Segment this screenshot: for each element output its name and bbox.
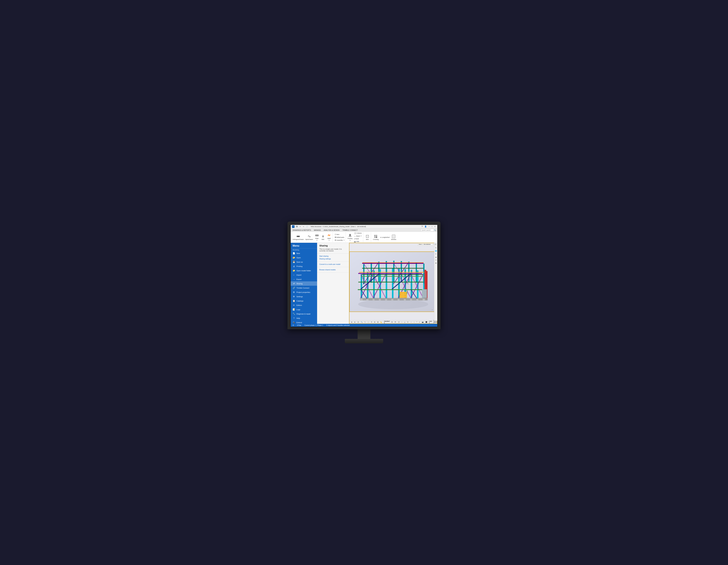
sidebar-item-editors[interactable]: ✏ Editors (291, 303, 317, 307)
toolbar-circle[interactable]: ○ (401, 321, 403, 323)
toolbar-x[interactable]: ✕ (406, 321, 409, 323)
right-toolbar-rotate[interactable]: ↻ (435, 246, 437, 249)
close-button[interactable]: ✕ (434, 225, 436, 227)
ribbon-item-longitudinal[interactable]: ≡ Longitudinal (380, 236, 390, 238)
sidebar-item-open[interactable]: 📂 Open (291, 255, 317, 260)
user-icon[interactable]: 👤 (424, 225, 427, 228)
plate-dropdown-arrow[interactable]: ▾ (317, 239, 317, 241)
toolbar-chevron-up[interactable]: ^ (416, 321, 418, 323)
quick-launch-search-icon[interactable]: 🔍 (434, 229, 436, 231)
sidebar-item-logs[interactable]: 📝 Logs (291, 307, 317, 312)
tab-trimble-connect[interactable]: TRIMBLE CONNECT (341, 228, 359, 232)
toolbar-eye[interactable]: 👁 (394, 321, 397, 323)
toolbar-measure[interactable]: 📐 (380, 321, 383, 323)
sidebar-item-save-as[interactable]: 💾 Save as (291, 260, 317, 264)
standard-dropdown[interactable]: standard ▾ (383, 320, 390, 324)
sidebar-item-catalogs[interactable]: 📋 Catalogs (291, 299, 317, 303)
weld-dropdown-arrow[interactable]: ▾ (329, 239, 329, 241)
sidebar-item-help[interactable]: ? Help (291, 316, 317, 320)
quick-access-history[interactable]: 🕐 (306, 226, 308, 227)
right-toolbar-cube[interactable]: ◻ (435, 258, 437, 261)
svg-rect-2 (299, 236, 300, 237)
toolbar-camera[interactable]: 📷 (421, 321, 424, 323)
ribbon-item-window[interactable]: Window (390, 234, 397, 240)
ribbon-item-item-large[interactable]: Item (364, 234, 370, 240)
right-toolbar-cloud[interactable]: ☁ (435, 255, 437, 258)
quick-launch-input[interactable] (421, 229, 434, 231)
sidebar-item-new[interactable]: 📄 New (291, 251, 317, 255)
toolbar-chevron-down[interactable]: v (418, 321, 421, 323)
viewport-maximize-btn[interactable]: □ (434, 243, 435, 245)
sidebar-item-project-properties[interactable]: ⚙ Project properties (291, 290, 317, 295)
status-selected: 0 objects and 0 handles selected (326, 325, 350, 326)
start-sharing-link[interactable]: Start sharing (319, 255, 347, 257)
toolbar-filter[interactable]: ⚙ (391, 321, 393, 323)
toolbar-fit[interactable]: ⊡ (357, 321, 360, 323)
ribbon-item-footing[interactable]: Footing ▾ (347, 233, 353, 241)
ribbon-item-panel[interactable]: ▪ Panel (353, 237, 362, 240)
ribbon-item-bolt[interactable]: Bolt (320, 234, 326, 240)
toolbar-checkbox[interactable]: ☑ (397, 321, 400, 323)
sidebar-item-export[interactable]: → Export (291, 277, 317, 281)
viewport-minimize-btn[interactable]: ─ (433, 243, 434, 245)
help-icon[interactable]: ? (421, 225, 423, 228)
toolbar-snap[interactable]: ⊕ (373, 321, 376, 323)
ribbon-item-crossing[interactable]: Crossing (372, 234, 379, 240)
tab-analysis-design[interactable]: ANALYSIS & DESIGN (322, 228, 341, 232)
viewport[interactable]: View 1 - 3d-rendered ─ □ ✕ (349, 243, 437, 324)
sidebar-item-open-model-folder[interactable]: 📁 Open model folder (291, 268, 317, 273)
ribbon-item-item[interactable]: ◻ Item (334, 233, 345, 236)
minimize-button[interactable]: ─ (428, 225, 430, 227)
sidebar-item-settings[interactable]: ⚙ Settings (291, 295, 317, 299)
convert-multi-user-link[interactable]: Convert to a multi-user model (319, 263, 347, 266)
ribbon-item-slab[interactable]: ▬ Slab (353, 240, 362, 243)
browse-shared-models-link[interactable]: Browse shared models (319, 268, 347, 271)
sidebar-item-diagnose-repair[interactable]: 🔧 Diagnose & repair (291, 312, 317, 316)
auto-dropdown[interactable]: Auto ▾ (428, 320, 433, 324)
sidebar-item-trimble-connect[interactable]: 🔗 Trimble Connect (291, 286, 317, 290)
sharing-settings-link[interactable]: Sharing settings (319, 257, 347, 260)
right-toolbar-layers[interactable]: ≡ (435, 252, 437, 255)
ribbon-item-assembly[interactable]: ⊟ Assembly ▾ (334, 239, 345, 241)
toolbar-rect-select[interactable]: ⬚ (367, 321, 370, 323)
toolbar-render[interactable]: ⬛ (425, 321, 428, 323)
viewport-3d-area[interactable]: ↗ (349, 243, 437, 320)
toolbar-zoom-prev[interactable]: 🔍 (360, 321, 363, 323)
toolbar-arrow-prev[interactable]: ◄ (350, 321, 353, 323)
svg-rect-58 (358, 282, 423, 282)
3d-structure-svg: ↗ (349, 243, 437, 320)
toolbar-up-down[interactable]: ↕ (413, 321, 415, 323)
assembly-icon: ⊟ (335, 239, 336, 241)
quick-access-undo[interactable]: ↩ (299, 226, 301, 227)
toolbar-select[interactable]: ↖ (364, 321, 367, 323)
tab-manage[interactable]: MANAGE (313, 228, 322, 232)
sidebar-item-import[interactable]: ← Import (291, 273, 317, 277)
toolbar-triangle[interactable]: △ (403, 321, 406, 323)
diagnose-repair-icon: 🔧 (293, 313, 295, 315)
ribbon-item-spiral-beam[interactable]: Spiral beam (305, 234, 314, 240)
toolbar-left-right[interactable]: ↔ (410, 321, 413, 323)
toolbar-grid[interactable]: ⊞ (376, 321, 379, 323)
ribbon-item-beam[interactable]: — Beam ▾ (353, 235, 362, 237)
ribbon-group-structural: ◻ Item ⊞ Bolted parts ⊟ Assembly ▾ (333, 232, 346, 242)
footing-dropdown-arrow[interactable]: ▾ (350, 239, 350, 241)
right-toolbar-grid2[interactable]: ⊞ (435, 262, 437, 264)
viewport-close-btn[interactable]: ✕ (435, 243, 436, 245)
quick-access-redo[interactable]: ↪ (302, 226, 305, 227)
sidebar-item-printing[interactable]: 🖨 Printing (291, 264, 317, 268)
ribbon-item-plate[interactable]: Plate ▾ (314, 233, 320, 241)
maximize-button[interactable]: □ (431, 225, 433, 227)
ribbon-item-column[interactable]: ⬜ Column (353, 232, 362, 234)
assembly-dropdown-arrow[interactable]: ▾ (344, 239, 344, 241)
ribbon-item-bolted-parts[interactable]: ⊞ Bolted parts (334, 236, 345, 238)
tab-drawings-reports[interactable]: DRAWINGS & REPORTS (291, 228, 312, 232)
toolbar-magnet[interactable]: ⚲ (370, 321, 373, 323)
ribbon-item-weld[interactable]: Weld ▾ (326, 233, 332, 241)
right-toolbar-globe[interactable]: 🌐 (435, 249, 437, 252)
sidebar-item-extend[interactable]: 🔌 Extend (291, 320, 317, 324)
ribbon-item-orthogonal-beam[interactable]: Orthogonal beam (292, 234, 304, 240)
quick-access-save[interactable]: 💾 (295, 226, 298, 227)
toolbar-arrow-next[interactable]: ► (353, 321, 356, 323)
sidebar-item-sharing[interactable]: ⇄ Sharing (291, 281, 317, 286)
beam-dropdown-arrow[interactable]: ▾ (361, 235, 361, 237)
